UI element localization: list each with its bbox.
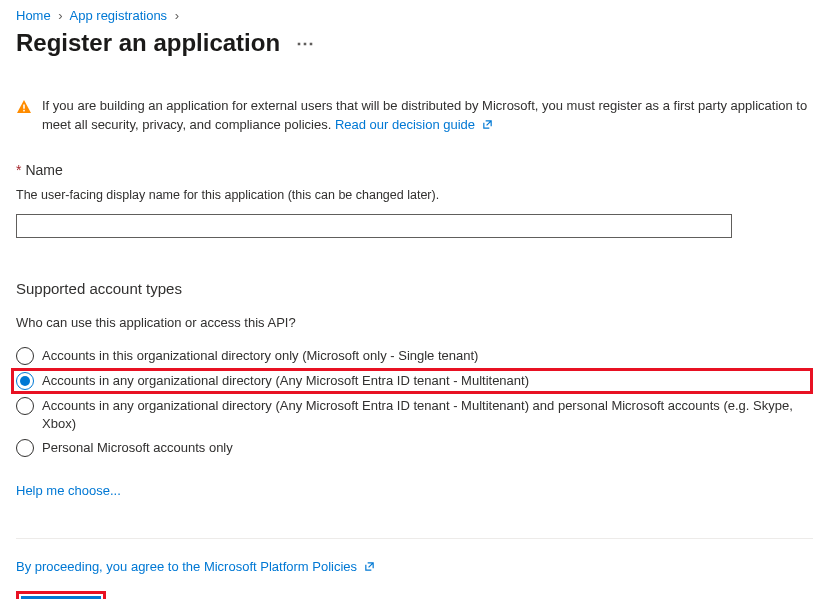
name-hint: The user-facing display name for this ap… [16, 188, 813, 202]
radio-label: Personal Microsoft accounts only [42, 439, 233, 457]
account-types-heading: Supported account types [16, 280, 813, 297]
warning-text: If you are building an application for e… [42, 97, 813, 136]
account-types-subtext: Who can use this application or access t… [16, 315, 813, 330]
chevron-right-icon: › [175, 8, 179, 23]
page-title: Register an application [16, 29, 280, 57]
breadcrumb-home[interactable]: Home [16, 8, 51, 23]
register-button[interactable]: Register [21, 596, 101, 599]
account-type-option-2[interactable]: Accounts in any organizational directory… [16, 394, 813, 436]
required-asterisk: * [16, 162, 21, 178]
external-link-icon [364, 560, 375, 575]
account-type-option-0[interactable]: Accounts in this organizational director… [16, 344, 813, 368]
radio-icon [16, 372, 34, 390]
svg-rect-1 [23, 110, 25, 112]
consent-text: By proceeding, you agree to the Microsof… [16, 559, 813, 575]
account-type-option-3[interactable]: Personal Microsoft accounts only [16, 436, 813, 460]
divider [16, 538, 813, 539]
consent-prefix: By proceeding, you agree to the [16, 559, 204, 574]
radio-icon [16, 397, 34, 415]
breadcrumb: Home › App registrations › [16, 8, 813, 23]
chevron-right-icon: › [58, 8, 62, 23]
warning-icon [16, 99, 32, 118]
account-types-radio-group: Accounts in this organizational director… [16, 344, 813, 461]
page-title-row: Register an application ⋯ [16, 29, 813, 57]
more-icon[interactable]: ⋯ [296, 32, 316, 54]
decision-guide-link[interactable]: Read our decision guide [335, 117, 493, 132]
account-type-option-1[interactable]: Accounts in any organizational directory… [11, 368, 813, 394]
breadcrumb-app-registrations[interactable]: App registrations [70, 8, 168, 23]
external-link-icon [482, 118, 493, 133]
platform-policies-link[interactable]: Microsoft Platform Policies [204, 559, 375, 574]
radio-label: Accounts in this organizational director… [42, 347, 478, 365]
svg-rect-0 [23, 105, 25, 109]
register-highlight: Register [16, 591, 106, 599]
name-label: *Name [16, 162, 813, 178]
radio-label: Accounts in any organizational directory… [42, 397, 813, 433]
radio-label: Accounts in any organizational directory… [42, 372, 529, 390]
radio-icon [16, 439, 34, 457]
name-input[interactable] [16, 214, 732, 238]
help-me-choose-link[interactable]: Help me choose... [16, 483, 121, 498]
warning-banner: If you are building an application for e… [16, 97, 813, 136]
radio-icon [16, 347, 34, 365]
